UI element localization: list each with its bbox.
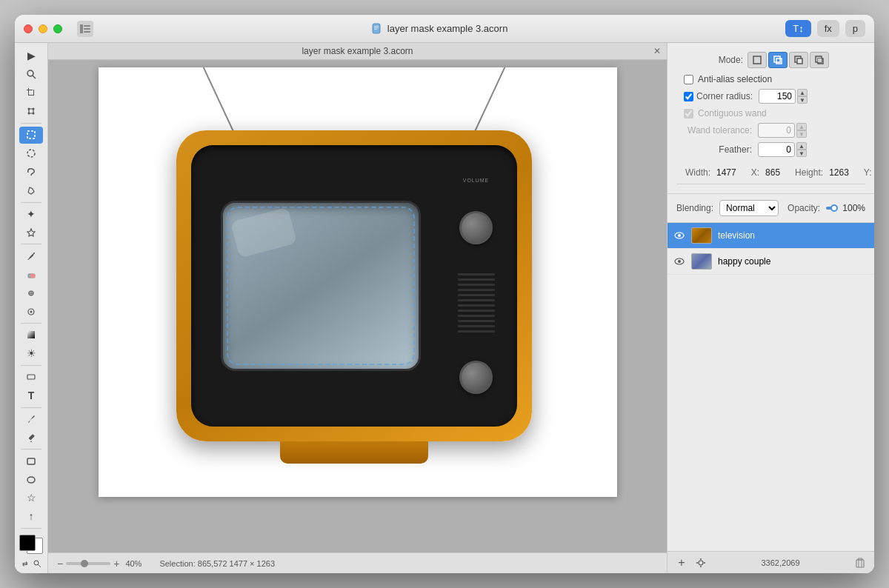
tool-lasso[interactable]	[19, 164, 43, 181]
separator-4	[21, 323, 41, 324]
wand-tol-up[interactable]: ▲	[796, 123, 807, 130]
separator-8	[21, 528, 41, 529]
traffic-lights	[24, 24, 62, 33]
mode-add[interactable]	[768, 52, 788, 68]
tool-zoom[interactable]	[19, 66, 43, 83]
mode-intersect[interactable]	[810, 52, 829, 68]
tool-heal[interactable]	[19, 303, 43, 320]
feather-input[interactable]	[758, 142, 795, 157]
canvas-close[interactable]: ✕	[653, 46, 661, 56]
layer-happy-couple-visibility[interactable]	[673, 255, 685, 267]
zoom-tool-mini[interactable]	[32, 558, 42, 569]
tool-transform[interactable]	[19, 103, 43, 120]
corner-radius-up[interactable]: ▲	[797, 89, 808, 96]
corner-radius-down[interactable]: ▼	[797, 96, 808, 104]
svg-point-45	[678, 234, 681, 237]
tool-sun[interactable]: ☀	[19, 345, 43, 362]
svg-point-48	[699, 561, 703, 565]
tool-poly-lasso[interactable]	[19, 182, 43, 199]
plugin-button[interactable]: p	[845, 20, 865, 37]
tool-color-select[interactable]	[19, 224, 43, 241]
swap-colors[interactable]: ⇄	[20, 558, 30, 569]
y-label: Y:	[864, 167, 872, 178]
feather-label: Feather:	[676, 144, 758, 155]
feather-up[interactable]: ▲	[796, 142, 807, 150]
tool-brush[interactable]	[19, 247, 43, 264]
tool-ellipse-select[interactable]	[19, 145, 43, 162]
mode-subtract[interactable]	[789, 52, 808, 68]
blending-label: Blending:	[676, 203, 713, 213]
tool-rect-shape[interactable]	[19, 452, 43, 470]
layer-happy-couple-name: happy couple	[718, 256, 868, 267]
zoom-minus-button[interactable]: −	[57, 558, 63, 569]
svg-rect-36	[753, 56, 761, 64]
feather-stepper: ▲ ▼	[796, 142, 807, 157]
canvas-scroll[interactable]: VOLUME	[48, 60, 667, 552]
tool-pencil[interactable]	[19, 429, 43, 446]
anti-alias-label[interactable]: Anti-alias selection	[698, 74, 772, 84]
foreground-color[interactable]	[19, 535, 36, 551]
svg-rect-10	[28, 88, 29, 96]
inspector-panel: Mode:	[667, 43, 874, 194]
tool-gradient[interactable]	[19, 327, 43, 344]
mini-tools: ⇄	[20, 558, 42, 569]
opacity-slider[interactable]	[826, 207, 836, 210]
zoom-plus-button[interactable]: +	[113, 558, 119, 569]
layer-television-name: television	[718, 230, 868, 241]
tool-star[interactable]: ☆	[19, 490, 43, 507]
layers-list: television happy couple	[667, 223, 874, 551]
corner-radius-input[interactable]	[759, 89, 796, 104]
main-window: layer mask example 3.acorn T↕ fx p ▶	[15, 15, 874, 573]
corner-radius-label[interactable]: Corner radius:	[696, 91, 759, 101]
tool-text[interactable]: T	[19, 387, 43, 404]
tool-arrow-shape[interactable]: ↑	[19, 508, 43, 525]
contiguous-wand-checkbox[interactable]	[684, 109, 693, 118]
type-tool-button[interactable]: T↕	[785, 20, 810, 37]
x-label: X:	[751, 167, 759, 178]
tool-eraser[interactable]	[19, 266, 43, 283]
corner-radius-checkbox[interactable]	[684, 92, 693, 101]
wand-tolerance-input[interactable]	[758, 123, 795, 138]
right-panel: Mode:	[667, 43, 874, 573]
svg-rect-13	[27, 90, 33, 90]
tool-magic-wand[interactable]: ✦	[19, 205, 43, 222]
layer-coordinates: 3362,2069	[712, 558, 849, 567]
tool-ellipse-shape[interactable]	[19, 471, 43, 488]
svg-point-47	[678, 260, 681, 263]
close-button[interactable]	[24, 24, 33, 33]
add-layer-button[interactable]: +	[673, 555, 690, 571]
contiguous-wand-label: Contiguous wand	[698, 108, 767, 118]
layer-settings-button[interactable]	[693, 555, 709, 571]
wand-tol-down[interactable]: ▼	[796, 130, 807, 138]
delete-layer-button[interactable]	[852, 555, 868, 571]
antenna-right	[471, 67, 519, 138]
layer-happy-couple[interactable]: happy couple	[667, 249, 874, 275]
svg-point-16	[33, 113, 35, 115]
tool-text-bg[interactable]	[19, 369, 43, 386]
blending-select[interactable]: Normal Multiply Screen Overlay	[719, 200, 779, 216]
tool-pen[interactable]	[19, 410, 43, 427]
feather-down[interactable]: ▼	[796, 150, 807, 157]
svg-rect-38	[776, 59, 782, 64]
tool-arrow[interactable]: ▶	[19, 47, 43, 64]
fx-button[interactable]: fx	[817, 20, 839, 37]
tool-clone[interactable]	[19, 284, 43, 301]
maximize-button[interactable]	[53, 24, 62, 33]
color-swatch[interactable]	[19, 535, 43, 554]
x-group: X: 865	[751, 167, 780, 178]
layer-television[interactable]: television	[667, 223, 874, 249]
layer-television-visibility[interactable]	[673, 230, 685, 241]
mode-replace[interactable]	[748, 52, 767, 68]
anti-alias-checkbox[interactable]	[684, 75, 693, 84]
minimize-button[interactable]	[39, 24, 47, 33]
separator-6	[21, 407, 41, 408]
zoom-slider[interactable]	[66, 562, 110, 565]
tool-rect-select[interactable]	[19, 127, 43, 144]
titlebar: layer mask example 3.acorn T↕ fx p	[15, 15, 874, 43]
antenna-left	[188, 67, 236, 138]
mode-buttons	[748, 52, 829, 68]
tv-controls: VOLUME	[447, 156, 506, 415]
tool-crop[interactable]	[19, 84, 43, 101]
sidebar-toggle[interactable]	[77, 21, 93, 37]
tv-inner: VOLUME	[191, 145, 517, 427]
